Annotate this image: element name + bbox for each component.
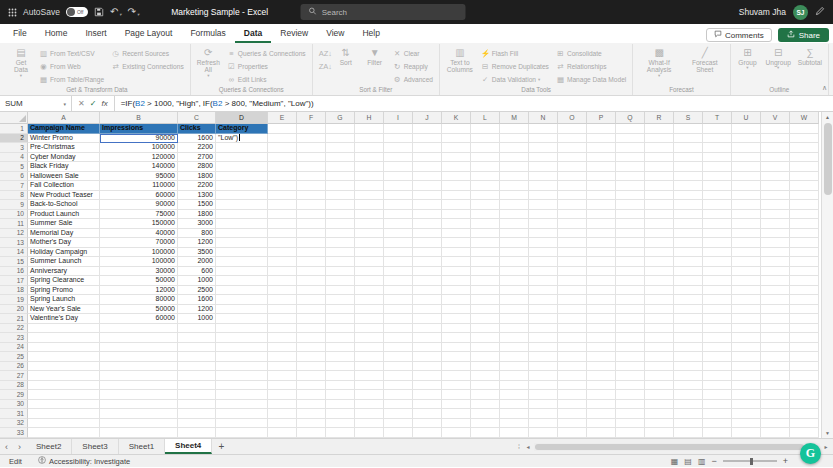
cell-D31[interactable]	[216, 409, 268, 419]
ribbon-tab-view[interactable]: View	[317, 25, 353, 43]
cell-P9[interactable]	[587, 200, 616, 210]
cell-B14[interactable]: 100000	[100, 248, 178, 258]
cell-V27[interactable]	[761, 371, 790, 381]
cell-W5[interactable]	[790, 162, 819, 172]
cell-H15[interactable]	[355, 257, 384, 267]
cell-I12[interactable]	[384, 229, 413, 239]
group-button[interactable]: ⊞Group▾	[735, 45, 761, 71]
row-header-27[interactable]: 27	[0, 371, 28, 381]
formula-text[interactable]: =IF(B2 > 1000, "High", IF(B2 > 800, "Med…	[115, 96, 320, 111]
row-header-11[interactable]: 11	[0, 219, 28, 229]
horizontal-scroll-thumb[interactable]	[535, 444, 804, 450]
relationships-button[interactable]: ⇄Relationships	[554, 60, 628, 72]
cell-M12[interactable]	[500, 229, 529, 239]
cell-H18[interactable]	[355, 286, 384, 296]
cell-G2[interactable]	[326, 134, 355, 144]
cell-R29[interactable]	[645, 390, 674, 400]
horizontal-scrollbar[interactable]: ⁞ ◂ ▸	[515, 439, 833, 454]
cell-Q5[interactable]	[616, 162, 645, 172]
cell-O23[interactable]	[558, 333, 587, 343]
scroll-right-icon[interactable]: ▸	[822, 443, 830, 450]
cell-R28[interactable]	[645, 381, 674, 391]
row-header-7[interactable]: 7	[0, 181, 28, 191]
cell-S4[interactable]	[674, 153, 703, 163]
cell-P7[interactable]	[587, 181, 616, 191]
cell-S6[interactable]	[674, 172, 703, 182]
cell-Q28[interactable]	[616, 381, 645, 391]
row-header-4[interactable]: 4	[0, 153, 28, 163]
cell-G24[interactable]	[326, 343, 355, 353]
cell-R18[interactable]	[645, 286, 674, 296]
column-header-B[interactable]: B	[100, 112, 178, 124]
cell-E12[interactable]	[268, 229, 297, 239]
cell-C19[interactable]: 1600	[178, 295, 216, 305]
cell-A11[interactable]: Summer Sale	[28, 219, 100, 229]
ribbon-tab-page-layout[interactable]: Page Layout	[116, 25, 182, 43]
share-button[interactable]: Share	[778, 28, 829, 42]
cell-W31[interactable]	[790, 409, 819, 419]
cell-N18[interactable]	[529, 286, 558, 296]
row-header-14[interactable]: 14	[0, 248, 28, 258]
cell-B18[interactable]: 12000	[100, 286, 178, 296]
cell-U3[interactable]	[732, 143, 761, 153]
cell-I27[interactable]	[384, 371, 413, 381]
cell-I15[interactable]	[384, 257, 413, 267]
cell-T30[interactable]	[703, 400, 732, 410]
cell-K20[interactable]	[442, 305, 471, 315]
cell-T7[interactable]	[703, 181, 732, 191]
zoom-slider-thumb[interactable]	[750, 458, 753, 465]
cell-N16[interactable]	[529, 267, 558, 277]
cell-R16[interactable]	[645, 267, 674, 277]
cell-U22[interactable]	[732, 324, 761, 334]
cell-H23[interactable]	[355, 333, 384, 343]
cell-P15[interactable]	[587, 257, 616, 267]
cell-B31[interactable]	[100, 409, 178, 419]
cell-S10[interactable]	[674, 210, 703, 220]
sheet-nav-left-icon[interactable]: ‹	[0, 439, 13, 454]
cell-G25[interactable]	[326, 352, 355, 362]
cell-P10[interactable]	[587, 210, 616, 220]
cell-E4[interactable]	[268, 153, 297, 163]
cell-N31[interactable]	[529, 409, 558, 419]
cell-V4[interactable]	[761, 153, 790, 163]
cell-P22[interactable]	[587, 324, 616, 334]
cell-A13[interactable]: Mother's Day	[28, 238, 100, 248]
cell-F15[interactable]	[297, 257, 326, 267]
cell-O9[interactable]	[558, 200, 587, 210]
cell-V2[interactable]	[761, 134, 790, 144]
cell-C33[interactable]	[178, 428, 216, 438]
cell-K3[interactable]	[442, 143, 471, 153]
cell-K1[interactable]	[442, 124, 471, 134]
flash-fill-button[interactable]: ⚡Flash Fill	[479, 47, 551, 59]
cell-T19[interactable]	[703, 295, 732, 305]
cell-W16[interactable]	[790, 267, 819, 277]
cancel-icon[interactable]: ✕	[78, 99, 85, 108]
cell-F2[interactable]	[297, 134, 326, 144]
cell-A25[interactable]	[28, 352, 100, 362]
cell-K29[interactable]	[442, 390, 471, 400]
cell-Q32[interactable]	[616, 419, 645, 429]
cell-C22[interactable]	[178, 324, 216, 334]
cell-F25[interactable]	[297, 352, 326, 362]
cell-E2[interactable]	[268, 134, 297, 144]
cell-S13[interactable]	[674, 238, 703, 248]
cell-M15[interactable]	[500, 257, 529, 267]
cell-O11[interactable]	[558, 219, 587, 229]
collapse-ribbon-icon[interactable]: ∧	[822, 84, 827, 92]
cell-Q29[interactable]	[616, 390, 645, 400]
cell-B26[interactable]	[100, 362, 178, 372]
cell-D6[interactable]	[216, 172, 268, 182]
cell-F9[interactable]	[297, 200, 326, 210]
cell-D15[interactable]	[216, 257, 268, 267]
cell-E13[interactable]	[268, 238, 297, 248]
name-box-dropdown-icon[interactable]: ▾	[63, 101, 66, 107]
cell-O20[interactable]	[558, 305, 587, 315]
cell-D23[interactable]	[216, 333, 268, 343]
cell-J25[interactable]	[413, 352, 442, 362]
cell-W27[interactable]	[790, 371, 819, 381]
cell-N6[interactable]	[529, 172, 558, 182]
cell-M21[interactable]	[500, 314, 529, 324]
cell-I16[interactable]	[384, 267, 413, 277]
cell-W13[interactable]	[790, 238, 819, 248]
cell-C21[interactable]: 1000	[178, 314, 216, 324]
